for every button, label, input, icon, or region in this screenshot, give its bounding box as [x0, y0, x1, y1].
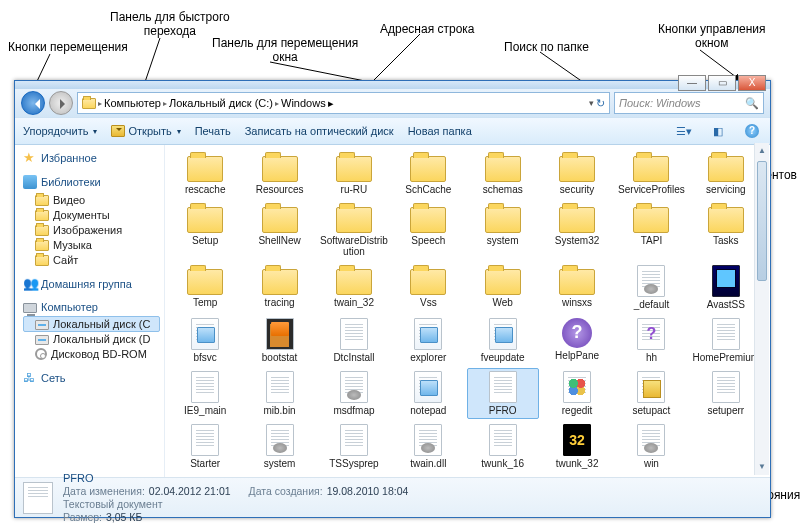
- homegroup[interactable]: 👥Домашняя группа: [23, 277, 160, 291]
- folder-icon: [35, 210, 49, 221]
- file-item[interactable]: setupact: [615, 368, 687, 419]
- minimize-button[interactable]: —: [678, 75, 706, 91]
- search-input[interactable]: Поиск: Windows 🔍: [614, 92, 764, 114]
- file-icon: [191, 424, 219, 456]
- file-item[interactable]: bootstat: [243, 315, 315, 366]
- crumb-2[interactable]: ▸Windows: [275, 97, 326, 109]
- file-label: IE9_main: [184, 405, 226, 416]
- file-item[interactable]: hh: [615, 315, 687, 366]
- sidebar-item-drive-d[interactable]: Локальный диск (D: [23, 332, 160, 346]
- crumb-0[interactable]: ▸Компьютер: [98, 97, 161, 109]
- file-item[interactable]: ShellNew: [243, 200, 315, 260]
- file-item[interactable]: DtcInstall: [318, 315, 390, 366]
- folder-icon: [262, 269, 298, 295]
- close-button[interactable]: X: [738, 75, 766, 91]
- file-item[interactable]: Starter: [169, 421, 241, 472]
- nav-forward-button[interactable]: [49, 91, 73, 115]
- file-item[interactable]: notepad: [392, 368, 464, 419]
- file-item[interactable]: winsxs: [541, 262, 613, 313]
- file-item[interactable]: security: [541, 149, 613, 198]
- file-icon: [712, 265, 740, 297]
- vertical-scrollbar[interactable]: ▲ ▼: [754, 143, 769, 475]
- nav-back-button[interactable]: [21, 91, 45, 115]
- maximize-button[interactable]: ▭: [708, 75, 736, 91]
- sidebar-item-documents[interactable]: Документы: [23, 207, 160, 222]
- file-icon: [191, 371, 219, 403]
- sidebar-item-bdrom[interactable]: Дисковод BD-ROM: [23, 346, 160, 361]
- file-item[interactable]: mib.bin: [243, 368, 315, 419]
- file-item[interactable]: Temp: [169, 262, 241, 313]
- file-item[interactable]: bfsvc: [169, 315, 241, 366]
- file-item[interactable]: twunk_32: [541, 421, 613, 472]
- refresh-icon[interactable]: ↻: [596, 97, 605, 110]
- explorer-window: — ▭ X ▸Компьютер ▸Локальный диск (C:) ▸W…: [14, 80, 771, 518]
- file-item[interactable]: fveupdate: [467, 315, 539, 366]
- file-item[interactable]: TSSysprep: [318, 421, 390, 472]
- file-item[interactable]: Setup: [169, 200, 241, 260]
- file-item[interactable]: SchCache: [392, 149, 464, 198]
- preview-pane-icon[interactable]: ◧: [708, 121, 728, 141]
- file-item[interactable]: system: [243, 421, 315, 472]
- file-item[interactable]: SoftwareDistribution: [318, 200, 390, 260]
- file-label: schemas: [483, 184, 523, 195]
- file-item[interactable]: _default: [615, 262, 687, 313]
- sidebar-item-site[interactable]: Сайт: [23, 252, 160, 267]
- file-grid[interactable]: rescacheResourcesru-RUSchCacheschemassec…: [165, 145, 770, 477]
- folder-icon: [559, 156, 595, 182]
- crumb-1[interactable]: ▸Локальный диск (C:): [163, 97, 273, 109]
- sidebar-item-video[interactable]: Видео: [23, 192, 160, 207]
- view-options-icon[interactable]: ☰▾: [674, 121, 694, 141]
- print-button[interactable]: Печать: [195, 125, 231, 137]
- open-button[interactable]: Открыть: [111, 125, 180, 137]
- file-item[interactable]: setuperr: [690, 368, 762, 419]
- file-item[interactable]: Resources: [243, 149, 315, 198]
- address-dropdown-icon[interactable]: ▾: [589, 98, 594, 108]
- file-item[interactable]: ServiceProfiles: [615, 149, 687, 198]
- sidebar-item-music[interactable]: Музыка: [23, 237, 160, 252]
- scroll-down-icon[interactable]: ▼: [755, 459, 769, 475]
- help-icon[interactable]: ?: [742, 121, 762, 141]
- file-item[interactable]: ru-RU: [318, 149, 390, 198]
- file-item[interactable]: twunk_16: [467, 421, 539, 472]
- file-item[interactable]: schemas: [467, 149, 539, 198]
- scroll-thumb[interactable]: [757, 161, 767, 281]
- file-item[interactable]: tracing: [243, 262, 315, 313]
- burn-button[interactable]: Записать на оптический диск: [245, 125, 394, 137]
- file-item[interactable]: Web: [467, 262, 539, 313]
- file-item[interactable]: win: [615, 421, 687, 472]
- file-item[interactable]: System32: [541, 200, 613, 260]
- file-item[interactable]: HelpPane: [541, 315, 613, 366]
- file-item[interactable]: HomePremium: [690, 315, 762, 366]
- file-item[interactable]: TAPI: [615, 200, 687, 260]
- sidebar-item-pictures[interactable]: Изображения: [23, 222, 160, 237]
- chevron-right-icon[interactable]: ▸: [328, 97, 334, 110]
- file-item[interactable]: msdfmap: [318, 368, 390, 419]
- file-item[interactable]: explorer: [392, 315, 464, 366]
- file-item[interactable]: IE9_main: [169, 368, 241, 419]
- file-label: Setup: [192, 235, 218, 246]
- titlebar[interactable]: [15, 81, 770, 89]
- file-item[interactable]: servicing: [690, 149, 762, 198]
- computer-group[interactable]: Компьютер: [23, 301, 160, 313]
- file-item[interactable]: Speech: [392, 200, 464, 260]
- libraries-group[interactable]: Библиотеки: [23, 175, 160, 189]
- file-item[interactable]: system: [467, 200, 539, 260]
- network-group[interactable]: 🖧Сеть: [23, 371, 160, 385]
- file-item[interactable]: twain.dll: [392, 421, 464, 472]
- file-item[interactable]: twain_32: [318, 262, 390, 313]
- file-item[interactable]: PFRO: [467, 368, 539, 419]
- favorites-group[interactable]: ★Избранное: [23, 151, 160, 165]
- sidebar-item-drive-c[interactable]: Локальный диск (C: [23, 316, 160, 332]
- new-folder-button[interactable]: Новая папка: [408, 125, 472, 137]
- file-item[interactable]: AvastSS: [690, 262, 762, 313]
- address-bar[interactable]: ▸Компьютер ▸Локальный диск (C:) ▸Windows…: [77, 92, 610, 114]
- chevron-right-icon: ▸: [98, 99, 102, 108]
- label: Сеть: [41, 372, 65, 384]
- scroll-up-icon[interactable]: ▲: [755, 143, 769, 159]
- file-item[interactable]: Tasks: [690, 200, 762, 260]
- organize-button[interactable]: Упорядочить: [23, 125, 97, 137]
- file-item[interactable]: rescache: [169, 149, 241, 198]
- file-item[interactable]: regedit: [541, 368, 613, 419]
- file-item[interactable]: Vss: [392, 262, 464, 313]
- file-label: system: [487, 235, 519, 246]
